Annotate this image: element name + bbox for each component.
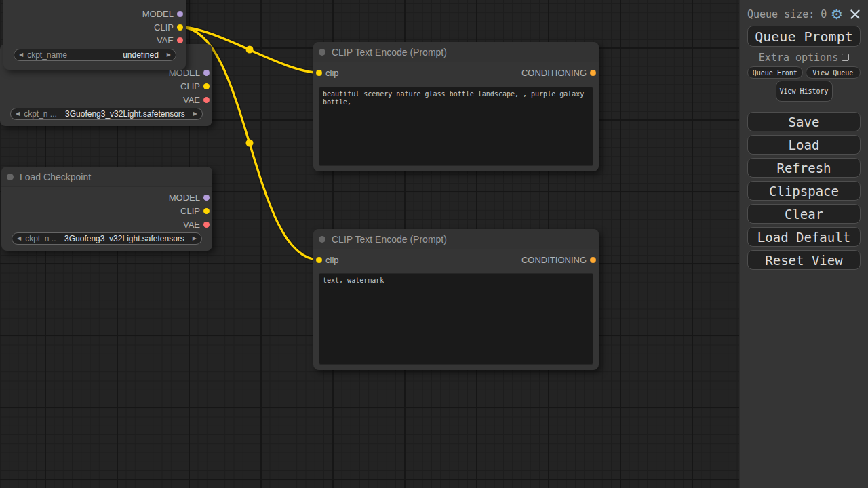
- node-title: CLIP Text Encode (Prompt): [332, 47, 447, 58]
- widget-value: undefined: [123, 50, 159, 60]
- widget-prev-arrow[interactable]: ◀: [16, 111, 20, 117]
- extra-options-label: Extra options: [759, 52, 838, 64]
- clip-output-slot[interactable]: [177, 24, 183, 30]
- load-default-button[interactable]: Load Default: [747, 227, 861, 247]
- negative-prompt-textarea[interactable]: text, watermark: [319, 273, 593, 365]
- widget-value: 3Guofeng3_v32Light.safetensors: [64, 234, 184, 243]
- positive-prompt-textarea[interactable]: beautiful scenery nature glass bottle la…: [319, 87, 593, 166]
- widget-prev-arrow[interactable]: ◀: [17, 236, 21, 241]
- collapse-dot[interactable]: [7, 174, 14, 180]
- reset-view-button[interactable]: Reset View: [747, 250, 861, 270]
- clip-text-encode-negative-node[interactable]: CLIP Text Encode (Prompt) clip CONDITION…: [313, 229, 599, 370]
- collapse-dot[interactable]: [319, 236, 326, 243]
- load-button[interactable]: Load: [747, 135, 861, 155]
- vae-output-label: VAE: [183, 95, 200, 105]
- clip-input-slot[interactable]: [316, 257, 322, 263]
- conditioning-output-label: CONDITIONING: [521, 255, 587, 265]
- clip-output-label: CLIP: [180, 81, 200, 92]
- queue-size-label: Queue size: 0: [747, 8, 831, 20]
- view-history-button[interactable]: View History: [776, 81, 833, 102]
- clip-input-label: clip: [326, 255, 339, 265]
- clip-text-encode-positive-node[interactable]: CLIP Text Encode (Prompt) clip CONDITION…: [313, 42, 599, 171]
- model-output-slot[interactable]: [203, 70, 210, 76]
- queue-front-button[interactable]: Queue Front: [747, 66, 803, 79]
- close-icon[interactable]: [850, 9, 861, 20]
- clip-input-label: clip: [326, 68, 339, 78]
- node-title-bar[interactable]: Load Checkpoint: [1, 167, 212, 187]
- extra-options-checkbox[interactable]: [842, 54, 849, 61]
- ckpt-name-widget[interactable]: ◀ ckpt_name undefined ▶: [14, 49, 176, 61]
- widget-next-arrow[interactable]: ▶: [193, 236, 197, 241]
- widget-prev-arrow[interactable]: ◀: [19, 52, 23, 58]
- collapse-dot[interactable]: [319, 49, 326, 56]
- model-output-label: MODEL: [142, 9, 174, 19]
- ckpt-name-widget[interactable]: ◀ ckpt_n ... 3Guofeng3_v32Light.safetens…: [12, 232, 202, 245]
- widget-name: ckpt_name: [27, 50, 67, 60]
- node-title: Load Checkpoint: [20, 171, 91, 182]
- vae-output-label: VAE: [157, 35, 174, 45]
- widget-next-arrow[interactable]: ▶: [167, 52, 171, 58]
- widget-name: ckpt_n ...: [25, 234, 56, 243]
- link-midpoint-dot: [246, 46, 254, 54]
- node-title-bar[interactable]: CLIP Text Encode (Prompt): [313, 42, 599, 62]
- vae-output-slot[interactable]: [203, 222, 210, 228]
- ckpt-name-widget[interactable]: ◀ ckpt_n ... 3Guofeng3_v32Light.safetens…: [10, 108, 203, 120]
- clear-button[interactable]: Clear: [747, 204, 861, 224]
- vae-output-slot[interactable]: [203, 97, 210, 103]
- clipspace-button[interactable]: Clipspace: [747, 181, 861, 201]
- checkpoint-node-top[interactable]: MODEL CLIP VAE ◀ ckpt_name undefined ▶: [3, 0, 186, 70]
- clip-output-slot[interactable]: [203, 83, 210, 89]
- load-checkpoint-node[interactable]: Load Checkpoint MODEL CLIP VAE ◀ ckpt_n …: [1, 167, 212, 251]
- link-midpoint-dot: [246, 140, 254, 147]
- widget-next-arrow[interactable]: ▶: [193, 111, 197, 117]
- model-output-slot[interactable]: [203, 195, 210, 201]
- widget-name: ckpt_n ...: [24, 109, 57, 119]
- clip-output-label: CLIP: [154, 22, 174, 33]
- view-queue-button[interactable]: View Queue: [806, 66, 861, 79]
- refresh-button[interactable]: Refresh: [747, 158, 861, 178]
- conditioning-output-slot[interactable]: [590, 70, 596, 76]
- vae-output-label: VAE: [183, 220, 200, 230]
- model-output-slot[interactable]: [177, 11, 183, 17]
- save-button[interactable]: Save: [747, 112, 861, 131]
- clip-input-slot[interactable]: [316, 70, 322, 76]
- clip-output-label: CLIP: [180, 206, 200, 216]
- conditioning-output-slot[interactable]: [590, 257, 596, 263]
- node-canvas[interactable]: MODEL CLIP VAE ◀ ckpt_n ... 3Guofeng3_v3…: [0, 0, 739, 488]
- gear-icon[interactable]: ⚙: [831, 8, 843, 20]
- conditioning-output-label: CONDITIONING: [521, 68, 587, 78]
- widget-value: 3Guofeng3_v32Light.safetensors: [65, 109, 185, 119]
- queue-prompt-button[interactable]: Queue Prompt: [747, 26, 861, 47]
- comfy-menu-panel: Queue size: 0 ⚙ Queue Prompt Extra optio…: [739, 0, 868, 488]
- vae-output-slot[interactable]: [177, 37, 183, 43]
- node-title: CLIP Text Encode (Prompt): [332, 234, 447, 245]
- clip-output-slot[interactable]: [203, 208, 210, 214]
- model-output-label: MODEL: [169, 192, 200, 203]
- node-title-bar[interactable]: CLIP Text Encode (Prompt): [313, 229, 599, 249]
